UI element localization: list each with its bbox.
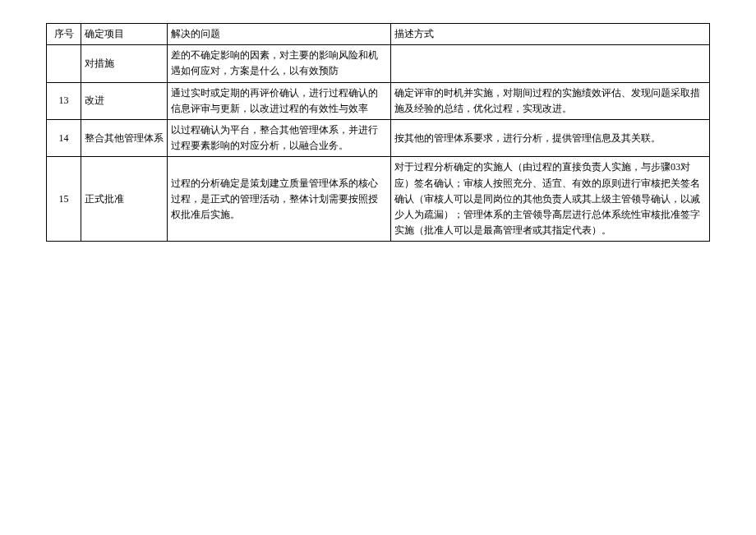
cell-problem: 通过实时或定期的再评价确认，进行过程确认的信息评审与更新，以改进过程的有效性与效… — [168, 82, 391, 119]
cell-num: 14 — [47, 119, 81, 156]
table-row: 对措施 差的不确定影响的因素，对主要的影响风险和机遇如何应对，方案是什么，以有效… — [47, 45, 710, 82]
cell-item: 对措施 — [81, 45, 168, 82]
cell-desc — [391, 45, 710, 82]
table-header-row: 序号 确定项目 解决的问题 描述方式 — [47, 24, 710, 45]
cell-desc: 按其他的管理体系要求，进行分析，提供管理信息及其关联。 — [391, 119, 710, 156]
cell-problem: 过程的分析确定是策划建立质量管理体系的核心过程，是正式的管理活动，整体计划需要按… — [168, 157, 391, 242]
header-desc: 描述方式 — [391, 24, 710, 45]
table-row: 14 整合其他管理体系 以过程确认为平台，整合其他管理体系，并进行过程要素影响的… — [47, 119, 710, 156]
cell-problem: 差的不确定影响的因素，对主要的影响风险和机遇如何应对，方案是什么，以有效预防 — [168, 45, 391, 82]
header-item: 确定项目 — [81, 24, 168, 45]
cell-num — [47, 45, 81, 82]
table-row: 13 改进 通过实时或定期的再评价确认，进行过程确认的信息评审与更新，以改进过程… — [47, 82, 710, 119]
cell-item: 改进 — [81, 82, 168, 119]
cell-item: 整合其他管理体系 — [81, 119, 168, 156]
cell-num: 15 — [47, 157, 81, 242]
cell-item: 正式批准 — [81, 157, 168, 242]
document-table: 序号 确定项目 解决的问题 描述方式 对措施 差的不确定影响的因素，对主要的影响… — [46, 23, 710, 242]
cell-num: 13 — [47, 82, 81, 119]
table-row: 15 正式批准 过程的分析确定是策划建立质量管理体系的核心过程，是正式的管理活动… — [47, 157, 710, 242]
cell-desc: 对于过程分析确定的实施人（由过程的直接负责人实施，与步骤03对应）签名确认；审核… — [391, 157, 710, 242]
cell-problem: 以过程确认为平台，整合其他管理体系，并进行过程要素影响的对应分析，以融合业务。 — [168, 119, 391, 156]
header-num: 序号 — [47, 24, 81, 45]
cell-desc: 确定评审的时机并实施，对期间过程的实施绩效评估、发现问题采取措施及经验的总结，优… — [391, 82, 710, 119]
header-problem: 解决的问题 — [168, 24, 391, 45]
